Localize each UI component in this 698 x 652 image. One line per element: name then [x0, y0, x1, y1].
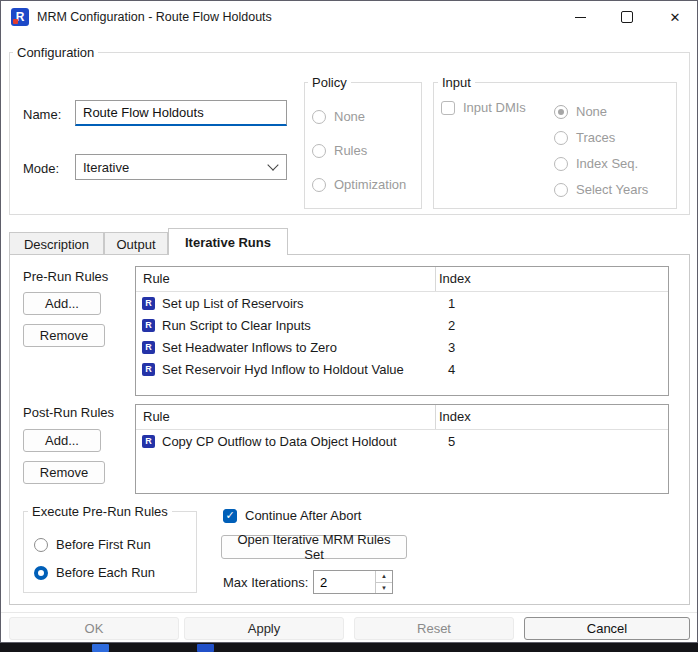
column-header-rule: Rule: [143, 271, 170, 286]
cancel-button[interactable]: Cancel: [524, 617, 690, 640]
close-button[interactable]: [652, 1, 698, 33]
screen: MRM Configuration - Route Flow Holdouts …: [0, 0, 698, 652]
post-run-rules-table: Rule Index Copy CP Outflow to Data Objec…: [135, 404, 669, 494]
rule-icon: [142, 319, 155, 332]
ok-button[interactable]: OK: [9, 617, 179, 640]
continue-after-abort-checkbox[interactable]: Continue After Abort: [223, 508, 361, 523]
checkbox-icon: [441, 101, 455, 115]
maximize-icon: [621, 11, 633, 23]
window-title: MRM Configuration - Route Flow Holdouts: [37, 10, 272, 24]
rule-icon: [142, 341, 155, 354]
rule-icon: [142, 297, 155, 310]
close-icon: [670, 10, 681, 25]
table-row[interactable]: Set Headwater Inflows to Zero 3: [136, 336, 668, 358]
radio-icon: [554, 131, 568, 145]
taskbar-app-icon[interactable]: [92, 644, 109, 652]
open-iterative-mrm-rules-set-button[interactable]: Open Iterative MRM Rules Set: [221, 535, 407, 559]
tab-iterative-runs-label: Iterative Runs: [185, 235, 271, 250]
pre-run-remove-button[interactable]: Remove: [23, 324, 105, 347]
radio-icon: [554, 183, 568, 197]
tab-description-label: Description: [24, 237, 89, 252]
mode-select[interactable]: Iterative: [75, 154, 287, 180]
before-first-run-label: Before First Run: [56, 537, 151, 552]
maximize-button[interactable]: [604, 1, 650, 33]
input-dmis-checkbox: Input DMIs: [441, 100, 526, 115]
input-group-label: Input: [438, 75, 475, 90]
radio-icon: [312, 144, 326, 158]
input-radio-select-years-label: Select Years: [576, 182, 648, 197]
input-radio-select-years: Select Years: [554, 182, 648, 197]
radio-icon: [554, 105, 568, 119]
policy-group-label: Policy: [308, 75, 351, 90]
policy-radio-optimization-label: Optimization: [334, 177, 406, 192]
taskbar-strip: [0, 643, 698, 652]
titlebar: MRM Configuration - Route Flow Holdouts: [1, 1, 697, 33]
before-each-run-label: Before Each Run: [56, 565, 155, 580]
rule-index: 5: [448, 434, 455, 449]
tab-output-label: Output: [116, 237, 155, 252]
pre-run-add-button[interactable]: Add...: [23, 292, 101, 315]
post-run-add-button[interactable]: Add...: [23, 429, 101, 452]
max-iterations-label: Max Iterations:: [223, 575, 308, 590]
rule-name: Set up List of Reservoirs: [162, 296, 304, 311]
execute-pre-run-group: Before First Run Before Each Run: [23, 511, 197, 593]
input-radio-traces: Traces: [554, 130, 615, 145]
minimize-button[interactable]: [557, 1, 603, 33]
policy-radio-rules-label: Rules: [334, 143, 367, 158]
spin-down-button[interactable]: [376, 582, 392, 594]
input-radio-index-seq-label: Index Seq.: [576, 156, 638, 171]
mode-select-value: Iterative: [83, 160, 129, 175]
table-row[interactable]: Set Reservoir Hyd Inflow to Holdout Valu…: [136, 358, 668, 380]
app-icon: [11, 8, 29, 26]
input-radio-none: None: [554, 104, 607, 119]
table-row[interactable]: Copy CP Outflow to Data Object Holdout 5: [136, 430, 668, 452]
checkbox-checked-icon: [223, 509, 237, 523]
before-each-run-radio[interactable]: Before Each Run: [34, 565, 155, 580]
rule-index: 4: [448, 362, 455, 377]
max-iterations-input[interactable]: [314, 571, 375, 593]
rule-index: 1: [448, 296, 455, 311]
max-iterations-spinner[interactable]: [313, 570, 393, 594]
tab-output[interactable]: Output: [104, 232, 168, 255]
apply-button[interactable]: Apply: [184, 617, 344, 640]
name-label: Name:: [23, 107, 61, 122]
tab-iterative-runs[interactable]: Iterative Runs: [168, 228, 288, 255]
name-input[interactable]: [75, 100, 287, 126]
column-header-index: Index: [439, 271, 471, 286]
policy-radio-optimization: Optimization: [312, 177, 406, 192]
table-row[interactable]: Set up List of Reservoirs 1: [136, 292, 668, 314]
before-first-run-radio[interactable]: Before First Run: [34, 537, 151, 552]
spin-up-button[interactable]: [376, 571, 392, 582]
radio-icon: [34, 538, 48, 552]
spin-buttons: [375, 571, 392, 593]
taskbar-app-icon[interactable]: [197, 644, 214, 652]
radio-icon: [34, 566, 48, 580]
policy-radio-rules: Rules: [312, 143, 367, 158]
rule-icon: [142, 435, 155, 448]
policy-radio-none: None: [312, 109, 365, 124]
column-header-index: Index: [439, 409, 471, 424]
rule-name: Run Script to Clear Inputs: [162, 318, 311, 333]
radio-icon: [312, 110, 326, 124]
continue-after-abort-label: Continue After Abort: [245, 508, 361, 523]
pre-run-rules-label: Pre-Run Rules: [23, 269, 108, 284]
post-run-remove-button[interactable]: Remove: [23, 461, 105, 484]
post-run-table-header: Rule Index: [136, 405, 668, 430]
chevron-down-icon: [267, 159, 278, 170]
rule-name: Set Reservoir Hyd Inflow to Holdout Valu…: [162, 362, 404, 377]
execute-pre-run-group-label: Execute Pre-Run Rules: [28, 504, 172, 519]
rule-name: Set Headwater Inflows to Zero: [162, 340, 337, 355]
pre-run-rules-table: Rule Index Set up List of Reservoirs 1 R…: [135, 266, 669, 396]
minimize-icon: [575, 17, 586, 18]
input-radio-traces-label: Traces: [576, 130, 615, 145]
rule-index: 2: [448, 318, 455, 333]
table-row[interactable]: Run Script to Clear Inputs 2: [136, 314, 668, 336]
input-dmis-label: Input DMIs: [463, 100, 526, 115]
tab-description[interactable]: Description: [9, 232, 104, 255]
input-radio-none-label: None: [576, 104, 607, 119]
configuration-group-label: Configuration: [13, 45, 98, 60]
column-header-rule: Rule: [143, 409, 170, 424]
input-radio-index-seq: Index Seq.: [554, 156, 638, 171]
reset-button[interactable]: Reset: [354, 617, 514, 640]
post-run-rules-label: Post-Run Rules: [23, 405, 114, 420]
